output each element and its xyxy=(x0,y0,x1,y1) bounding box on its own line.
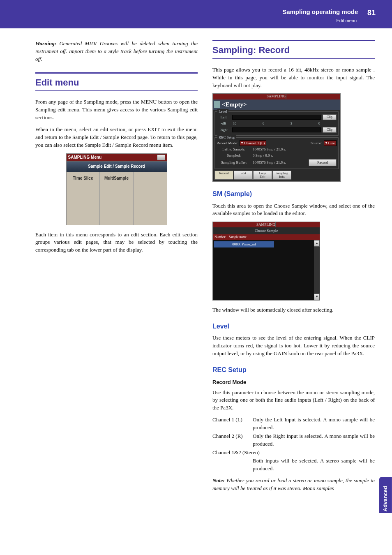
col-sample-name: Sample name xyxy=(228,235,246,240)
record-mode-heading: Record Mode xyxy=(212,379,375,386)
tab-edit[interactable]: Edit xyxy=(234,171,253,180)
note-text: Whether you record or load a stereo or m… xyxy=(212,477,375,491)
tab-record[interactable]: Record xyxy=(214,171,233,180)
warning-paragraph: Warning: Generated MIDI Grooves will be … xyxy=(35,40,198,63)
def-channel-stereo: Channel 1&2 (Stereo) xyxy=(212,449,375,457)
tab-sampling-info[interactable]: Sampling Info xyxy=(272,171,291,180)
right-clip-indicator: Clip xyxy=(323,127,337,133)
left-to-sample-label: Left to Sample: xyxy=(217,147,251,152)
left-clip-indicator: Clip xyxy=(323,114,337,120)
edit-menu-heading: Edit menu xyxy=(35,72,198,91)
def-desc: Only the Left Input is selected. A mono … xyxy=(253,416,375,432)
scroll-up-icon[interactable]: ▴ xyxy=(314,240,320,247)
fig2-title: SAMPLING xyxy=(267,94,286,98)
warning-text: Generated MIDI Grooves will be deleted w… xyxy=(35,40,198,62)
page-number: 81 xyxy=(363,7,376,18)
db-tick: 3 xyxy=(291,121,292,126)
db-tick: 0 xyxy=(318,121,320,126)
right-column: Sampling: Record This page allows you to… xyxy=(212,40,375,497)
sampling-record-screenshot: SAMPLING <Empty> Level Left Clip -dB 10 xyxy=(212,93,341,182)
def-channel1l: Channel 1 (L) Only the Left Input is sel… xyxy=(212,416,375,432)
def-channel-stereo-desc: Both inputs will be selected. A stereo s… xyxy=(212,457,375,473)
advanced-side-tab: Advanced xyxy=(379,477,392,513)
col-number: Number: xyxy=(214,235,226,240)
multisample-item[interactable]: MultiSample xyxy=(100,172,134,225)
page-header: Sampling operating mode 81 Edit menu xyxy=(0,0,392,28)
buffer-label: Sampling Buffer: xyxy=(217,160,251,165)
sample-icon xyxy=(214,101,220,108)
sampled-value: 0 Smp / 0.0 s. xyxy=(253,153,273,158)
db-label: -dB xyxy=(217,121,231,126)
time-slice-item[interactable]: Time Slice xyxy=(67,172,100,225)
sampling-record-heading: Sampling: Record xyxy=(212,40,375,59)
left-meter-label: Left xyxy=(217,115,231,120)
sampling-menu-screenshot: SAMPLING Menu Sample Edit / Sample Recor… xyxy=(66,153,167,225)
sm-sample-p: Touch this area to open the Choose Sampl… xyxy=(212,202,375,218)
header-subtitle: Edit menu xyxy=(16,18,376,24)
choose-sample-close-p: The window will be automatically closed … xyxy=(212,306,375,314)
def-channel2r: Channel 2 (R) Only the Right Input is se… xyxy=(212,432,375,448)
menu-dropdown-icon[interactable] xyxy=(275,222,276,227)
record-mode-p: Use this parameter to choose between the… xyxy=(212,389,375,412)
record-mode-dropdown[interactable]: Channel 1 (L) xyxy=(240,140,266,146)
fig1-title: SAMPLING Menu xyxy=(68,155,102,161)
empty-cell xyxy=(134,172,167,225)
sample-list[interactable]: 0000: Piano_mf xyxy=(213,240,314,300)
left-column: Warning: Generated MIDI Grooves will be … xyxy=(35,40,198,497)
sample-select-area[interactable]: <Empty> xyxy=(213,99,340,110)
sampling-record-p1: This page allows you to record a 16-bit,… xyxy=(212,66,375,90)
note-paragraph: Note: Whether you record or load a stere… xyxy=(212,477,375,493)
edit-menu-p1: From any page of the Sampling mode, pres… xyxy=(35,98,198,122)
record-mode-label: Record Mode: xyxy=(217,141,238,146)
warning-label: Warning: xyxy=(35,40,56,46)
buffer-value: 1048576 Smp / 21.8 s. xyxy=(253,160,286,165)
edit-menu-p3: Each item in this menu corresponds to an… xyxy=(35,231,198,254)
menu-dropdown-icon[interactable] xyxy=(286,94,286,99)
left-to-sample-value: 1048576 Smp / 21.8 s. xyxy=(253,147,286,152)
sm-sample-heading: SM (Sample) xyxy=(212,189,375,199)
def-desc: Both inputs will be selected. A stereo s… xyxy=(253,457,375,473)
tab-loop-edit[interactable]: Loop Edit xyxy=(253,171,272,180)
level-p: Use these meters to see the level of the… xyxy=(212,334,375,358)
level-heading: Level xyxy=(212,321,375,331)
scroll-down-icon[interactable]: ▾ xyxy=(314,294,320,300)
sample-name: <Empty> xyxy=(222,100,247,109)
edit-menu-p2: When in the menu, select an edit section… xyxy=(35,126,198,149)
def-term: Channel 1&2 (Stereo) xyxy=(212,449,274,457)
rec-setup-legend: REC Setup xyxy=(217,135,236,140)
right-meter xyxy=(232,127,321,132)
header-title: Sampling operating mode xyxy=(282,8,358,15)
note-label: Note: xyxy=(212,477,225,483)
source-dropdown[interactable]: Line xyxy=(324,140,337,146)
menu-dropdown-icon[interactable] xyxy=(157,155,165,160)
def-term: Channel 2 (R) xyxy=(212,432,253,448)
level-panel: Level Left Clip -dB 10 6 3 0 xyxy=(214,111,339,136)
choose-sample-label: Choose Sample xyxy=(213,227,320,234)
rec-setup-panel: REC Setup Record Mode: Channel 1 (L) Sou… xyxy=(214,137,339,169)
level-legend: Level xyxy=(217,109,228,114)
list-item[interactable]: 0000: Piano_mf xyxy=(214,241,274,247)
def-desc: Only the Right Input is selected. A mono… xyxy=(253,432,375,448)
right-meter-label: Right xyxy=(217,127,231,133)
rec-setup-heading: REC Setup xyxy=(212,365,375,375)
fig3-title: SAMPLING xyxy=(256,222,275,227)
def-term: Channel 1 (L) xyxy=(212,416,253,432)
def-term-spacer xyxy=(212,457,253,473)
db-tick: 10 xyxy=(233,121,236,126)
record-button[interactable]: Record xyxy=(309,159,337,166)
sample-edit-record-item[interactable]: Sample Edit / Sample Record xyxy=(67,161,167,172)
left-meter xyxy=(232,115,321,120)
source-label: Source: xyxy=(311,141,322,146)
scrollbar[interactable]: ▴ ▾ xyxy=(314,240,320,300)
choose-sample-screenshot: SAMPLING Choose Sample Number: Sample na… xyxy=(212,222,320,301)
db-tick: 6 xyxy=(263,121,264,126)
sampled-label: Sampled: xyxy=(217,153,251,158)
